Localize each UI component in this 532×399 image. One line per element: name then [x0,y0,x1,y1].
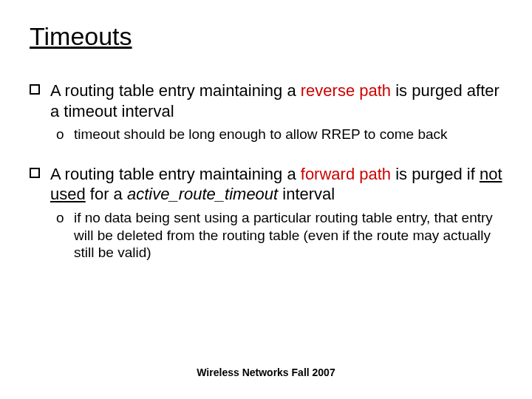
highlight-reverse-path: reverse path [301,81,391,100]
bullet-item: A routing table entry maintaining a reve… [30,81,502,121]
sub-item: if no data being sent using a particular… [30,209,502,262]
bullet-text-pre: A routing table entry maintaining a [50,165,301,183]
bullet-text-post1: is purged if [391,165,480,183]
slide-title: Timeouts [30,22,502,51]
highlight-forward-path: forward path [301,165,391,183]
bullet-text-post2: for a [86,185,127,203]
bullet-text-post3: interval [278,185,335,203]
bullet-item: A routing table entry maintaining a forw… [30,164,502,205]
sub-list: timeout should be long enough to allow R… [30,126,502,143]
italic-active-route-timeout: active_route_timeout [127,185,278,203]
sub-item: timeout should be long enough to allow R… [30,126,502,143]
bullet-text-pre: A routing table entry maintaining a [50,81,301,100]
bullet-list: A routing table entry maintaining a reve… [30,81,502,262]
slide: Timeouts A routing table entry maintaini… [0,0,532,399]
footer-text: Wireless Networks Fall 2007 [0,366,532,378]
sub-list: if no data being sent using a particular… [30,209,502,262]
